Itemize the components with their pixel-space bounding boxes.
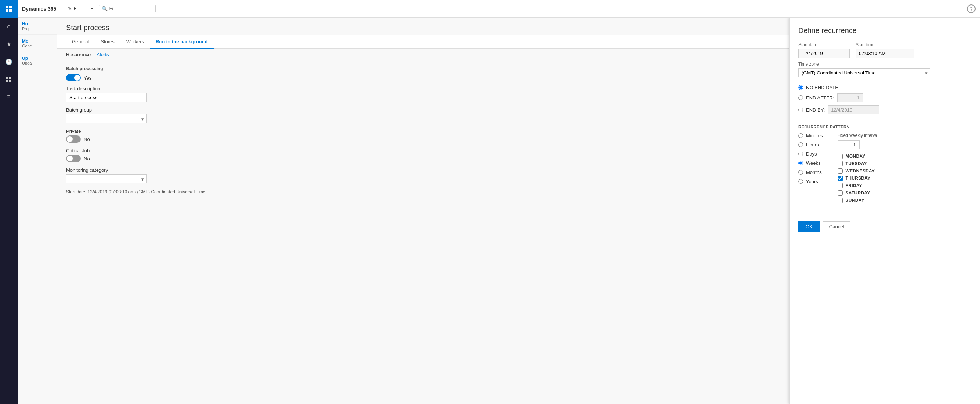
nav-bar: ⌂ ★ 🕐 ≡ [0, 0, 18, 404]
list-item[interactable]: Up Upda [18, 52, 57, 69]
nav-recent-icon[interactable]: 🕐 [0, 53, 18, 70]
start-datetime-row: Start date Start time [798, 42, 971, 58]
weeks-radio[interactable] [798, 161, 803, 165]
months-label: Months [806, 170, 822, 175]
hours-label: Hours [806, 142, 819, 148]
page-content: Ho Prep Mo Gene Up Upda Start process Ge… [18, 17, 980, 404]
brand-label: Dynamics 365 [22, 6, 56, 12]
thursday-label: THURSDAY [846, 176, 870, 181]
sunday-checkbox-row: SUNDAY [838, 198, 878, 203]
svg-rect-0 [6, 6, 8, 8]
app-launcher-icon[interactable] [0, 0, 18, 17]
saturday-checkbox[interactable] [838, 191, 843, 196]
recurrence-pattern-section: RECURRENCE PATTERN Minutes Hours [798, 125, 971, 205]
no-end-date-radio[interactable] [798, 85, 803, 90]
end-after-input[interactable] [837, 93, 863, 102]
critical-job-toggle[interactable] [66, 155, 81, 162]
fixed-interval-label: Fixed weekly interval [838, 133, 878, 138]
minutes-radio[interactable] [798, 133, 803, 138]
tab-workers[interactable]: Workers [120, 35, 150, 49]
wednesday-label: WEDNESDAY [846, 169, 875, 173]
svg-rect-7 [9, 80, 11, 82]
years-label: Years [806, 179, 818, 184]
batch-group-wrapper [66, 114, 147, 123]
batch-group-select[interactable] [66, 114, 147, 123]
timezone-select[interactable]: (GMT) Coordinated Universal Time [798, 68, 931, 78]
help-icon[interactable]: ? [967, 5, 975, 13]
nav-modules-icon[interactable] [0, 70, 18, 88]
end-options-section: NO END DATE END AFTER: END BY: [798, 85, 971, 118]
end-after-radio[interactable] [798, 95, 803, 100]
thursday-checkbox-row: THURSDAY [838, 176, 878, 181]
days-option: Days [798, 151, 823, 157]
end-after-option: END AFTER: [798, 93, 971, 102]
ok-button[interactable]: OK [798, 221, 820, 232]
end-by-option: END BY: [798, 105, 971, 115]
start-time-label: Start time [856, 42, 914, 47]
sunday-checkbox[interactable] [838, 198, 843, 203]
svg-rect-1 [9, 6, 12, 8]
tuesday-label: TUESDAY [846, 161, 867, 166]
edit-button[interactable]: ✎ Edit [65, 5, 84, 13]
years-radio[interactable] [798, 179, 803, 184]
list-item[interactable]: Mo Gene [18, 35, 57, 52]
monday-checkbox[interactable] [838, 154, 843, 159]
minutes-option: Minutes [798, 133, 823, 138]
days-label: Days [806, 151, 817, 157]
days-radio[interactable] [798, 151, 803, 156]
pattern-section: Minutes Hours Days [798, 133, 971, 205]
end-by-radio[interactable] [798, 108, 803, 112]
recurrence-pattern-header: RECURRENCE PATTERN [798, 125, 971, 129]
main-area: Dynamics 365 ✎ Edit + 🔍 Ho Prep Mo Gene … [18, 0, 980, 404]
end-by-label: END BY: [806, 107, 825, 113]
wednesday-checkbox[interactable] [838, 169, 843, 173]
end-after-label: END AFTER: [806, 95, 834, 100]
search-input[interactable] [109, 6, 153, 11]
cancel-button[interactable]: Cancel [823, 221, 850, 232]
start-time-group: Start time [856, 42, 914, 58]
records-panel: Ho Prep Mo Gene Up Upda [18, 17, 57, 404]
no-end-date-option: NO END DATE [798, 85, 971, 90]
svg-rect-3 [9, 9, 12, 12]
start-time-input[interactable] [856, 49, 914, 58]
form-area: Start process General Stores Workers Run… [57, 17, 980, 404]
start-date-input[interactable] [798, 49, 850, 58]
hours-option: Hours [798, 142, 823, 148]
tab-stores[interactable]: Stores [95, 35, 120, 49]
private-toggle-label: No [84, 137, 90, 142]
batch-processing-toggle[interactable] [66, 74, 81, 81]
pattern-right: Fixed weekly interval MONDAY TUESDAY [838, 133, 878, 205]
new-button[interactable]: + [88, 5, 97, 13]
tuesday-checkbox[interactable] [838, 161, 843, 166]
nav-favorites-icon[interactable]: ★ [0, 35, 18, 53]
sub-tab-recurrence[interactable]: Recurrence [66, 52, 91, 57]
fixed-interval-input[interactable] [838, 140, 860, 150]
end-by-input[interactable] [828, 105, 879, 115]
timezone-section: Time zone (GMT) Coordinated Universal Ti… [798, 62, 971, 78]
timezone-label: Time zone [798, 62, 971, 67]
friday-checkbox[interactable] [838, 183, 843, 188]
monday-label: MONDAY [846, 154, 865, 159]
sub-tab-alerts[interactable]: Alerts [97, 52, 109, 57]
hours-radio[interactable] [798, 142, 803, 147]
thursday-checkbox[interactable] [838, 176, 843, 181]
private-toggle[interactable] [66, 135, 81, 143]
search-icon: 🔍 [102, 6, 108, 11]
task-description-input[interactable] [66, 93, 147, 102]
friday-label: FRIDAY [846, 183, 862, 188]
nav-list-icon[interactable]: ≡ [0, 88, 18, 106]
edit-icon: ✎ [68, 6, 72, 11]
list-item[interactable]: Ho Prep [18, 17, 57, 35]
toolbar: Dynamics 365 ✎ Edit + 🔍 [18, 0, 980, 17]
critical-job-toggle-label: No [84, 156, 90, 161]
monitoring-category-select[interactable] [66, 174, 147, 183]
months-radio[interactable] [798, 170, 803, 175]
timezone-wrapper: (GMT) Coordinated Universal Time [798, 68, 931, 78]
svg-rect-2 [6, 9, 8, 12]
search-box: 🔍 [99, 5, 156, 13]
pattern-left: Minutes Hours Days [798, 133, 823, 205]
tab-run-in-background[interactable]: Run in the background [150, 35, 214, 49]
tab-general[interactable]: General [66, 35, 95, 49]
friday-checkbox-row: FRIDAY [838, 183, 878, 188]
nav-home-icon[interactable]: ⌂ [0, 17, 18, 35]
